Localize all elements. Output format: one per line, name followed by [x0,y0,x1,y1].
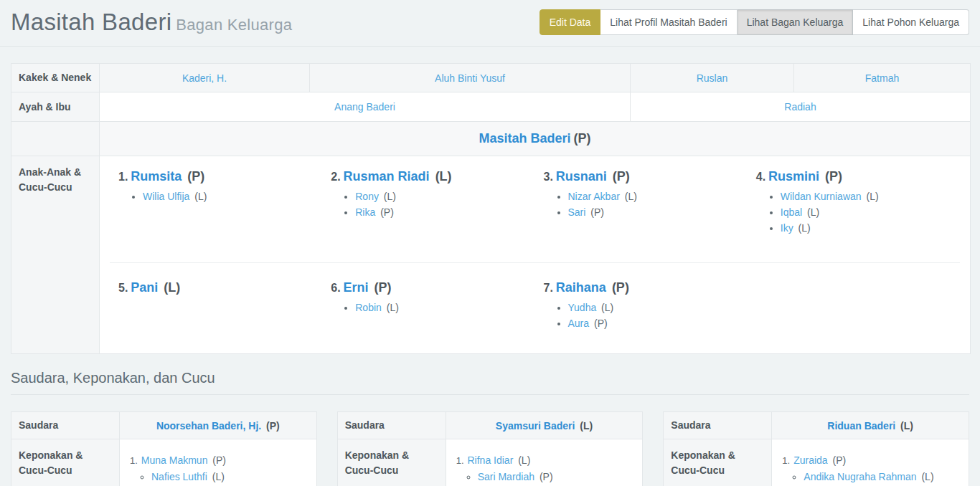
siblings-section-heading: Saudara, Keponakan, dan Cucu [11,370,969,395]
father-link[interactable]: Anang Baderi [334,101,395,113]
self-row: Masitah Baderi(P) [11,122,971,156]
grandchild-item: Rony (L) [355,189,534,204]
gender-label: (L) [598,302,613,313]
gender-label: (P) [609,169,630,184]
child-name-link[interactable]: Rusman Riadi [344,169,430,184]
grandchild-item: Wilia Ulfija (L) [143,189,322,204]
gender-label: (L) [192,191,207,202]
grandchild-item: Robin (L) [355,300,534,315]
grandchild-item: Nizar Akbar (L) [568,189,748,204]
gender-label: (L) [209,471,225,482]
grandparent-link[interactable]: Ruslan [697,72,728,84]
gender-label: (P) [371,280,392,295]
view-family-tree-button[interactable]: Lihat Pohon Keluarga [853,9,969,35]
child-number: 7. [544,282,553,294]
sibling-row-label: Saudara [337,412,446,439]
grandchild-item: Rika (P) [355,204,534,220]
page-header: Masitah BaderiBagan Keluarga Edit Data L… [0,0,980,47]
gender-label: (L) [577,420,593,432]
gender-label: (L) [432,169,452,184]
sibling-table: Saudara Noorsehan Baderi, Hj. (P) Kepona… [11,411,317,486]
grandchild-name-link[interactable]: Iky [781,222,793,234]
grandchild-name-link[interactable]: Sari [568,206,586,218]
view-family-chart-button[interactable]: Lihat Bagan Keluarga [738,9,854,35]
gender-label: (P) [537,471,553,482]
gender-label: (L) [919,471,934,482]
grandchild-item: Iqbal (L) [781,204,960,220]
grandchild-name-link[interactable]: Robin [355,302,382,313]
grandnephew-item: Sari Mardiah (P) [478,469,636,485]
page-subtitle: Bagan Keluarga [176,16,292,34]
grandchild-name-link[interactable]: Rika [355,206,375,218]
nephew-name-link[interactable]: Rifna Idiar [468,454,514,466]
child-number: 1. [118,171,128,183]
grandparent-link[interactable]: Aluh Binti Yusuf [435,72,505,84]
self-row-label [11,122,100,156]
gender-label: (P) [588,206,604,218]
child-item: 4.Rusmini (P) Wildan Kurniawan (L) Iqbal… [748,163,960,257]
gender-label: (L) [804,206,819,218]
edit-data-button[interactable]: Edit Data [540,9,601,35]
child-name-link[interactable]: Rusnani [556,169,607,184]
child-item: 2.Rusman Riadi (L) Rony (L) Rika (P) [322,163,534,257]
grandchild-name-link[interactable]: Yudha [568,302,597,313]
sibling-name-link[interactable]: Noorsehan Baderi, Hj. [156,420,261,432]
child-number: 2. [331,171,340,183]
mother-link[interactable]: Radiah [784,101,816,113]
grandchild-item: Iky (L) [781,220,960,236]
grandnephew-item: Andika Nugraha Rahman (L) [804,469,961,485]
grandchild-name-link[interactable]: Rony [355,191,379,202]
grandnephew-name-link[interactable]: Sari Mardiah [478,471,534,482]
sibling-name-link[interactable]: Syamsuri Baderi [496,420,575,432]
grandnephew-name-link[interactable]: Andika Nugraha Rahman [804,471,916,482]
grandchild-name-link[interactable]: Iqbal [781,206,802,218]
nephew-item: 1.Rifna Idiar (L) Sari Mardiah (P) [456,452,636,485]
view-toolbar: Edit Data Lihat Profil Masitah Baderi Li… [540,9,969,35]
grandparent-link[interactable]: Fatmah [865,72,899,84]
nephew-number: 1. [456,455,464,466]
gender-label: (L) [864,191,879,202]
gender-label: (P) [608,280,629,295]
child-name-link[interactable]: Raihana [556,280,606,295]
self-name-link[interactable]: Masitah Baderi [479,131,570,146]
gender-label: (P) [377,206,394,218]
nephew-item: 1.Muna Makmun (P) Nafies Luthfi (L) [130,452,309,485]
gender-label: (P) [184,169,204,184]
sibling-row-label: Saudara [11,412,120,439]
grandchild-item: Sari (P) [568,204,748,220]
gender-label: (P) [263,420,280,432]
gender-label: (P) [821,169,842,184]
gender-label: (L) [515,454,530,466]
view-profile-button[interactable]: Lihat Profil Masitah Baderi [600,9,737,35]
grandchild-name-link[interactable]: Wildan Kurniawan [781,191,862,202]
child-item: 6.Erni (P) Robin (L) [322,275,534,343]
sibling-name-link[interactable]: Riduan Baderi [827,420,895,432]
nephews-row-label: Keponakan & Cucu-Cucu [664,439,772,486]
child-number: 4. [756,171,765,183]
nephew-name-link[interactable]: Zuraida [793,454,827,466]
nephew-name-link[interactable]: Muna Makmun [141,454,208,466]
sibling-table: Saudara Riduan Baderi (L) Keponakan & Cu… [663,411,969,486]
parents-row: Ayah & Ibu Anang Baderi Radiah [11,92,971,122]
child-number: 5. [118,282,128,294]
grandchild-name-link[interactable]: Aura [568,318,590,329]
nephew-item: 1.Zuraida (P) Andika Nugraha Rahman (L) [782,452,961,485]
grandparent-link[interactable]: Kaderi, H. [182,72,227,84]
child-name-link[interactable]: Pani [131,280,158,295]
grandnephew-name-link[interactable]: Nafies Luthfi [151,471,207,482]
child-name-link[interactable]: Erni [344,280,369,295]
grandchild-item: Yudha (L) [568,300,748,315]
gender-label: (L) [384,302,399,313]
nephew-number: 1. [130,455,138,466]
grandchild-name-link[interactable]: Nizar Akbar [568,191,620,202]
grandchild-name-link[interactable]: Wilia Ulfija [143,191,189,202]
child-name-link[interactable]: Rumsita [131,169,182,184]
sibling-table: Saudara Syamsuri Baderi (L) Keponakan & … [337,411,644,486]
grandparents-row: Kakek & Nenek Kaderi, H. Aluh Binti Yusu… [11,64,971,92]
child-item: 7.Raihana (P) Yudha (L) Aura (P) [535,275,748,343]
child-number: 6. [331,282,340,294]
child-name-link[interactable]: Rusmini [768,169,819,184]
person-name-title: Masitah Baderi [11,9,171,35]
child-item: 3.Rusnani (P) Nizar Akbar (L) Sari (P) [535,163,748,257]
child-item-empty [748,275,960,343]
